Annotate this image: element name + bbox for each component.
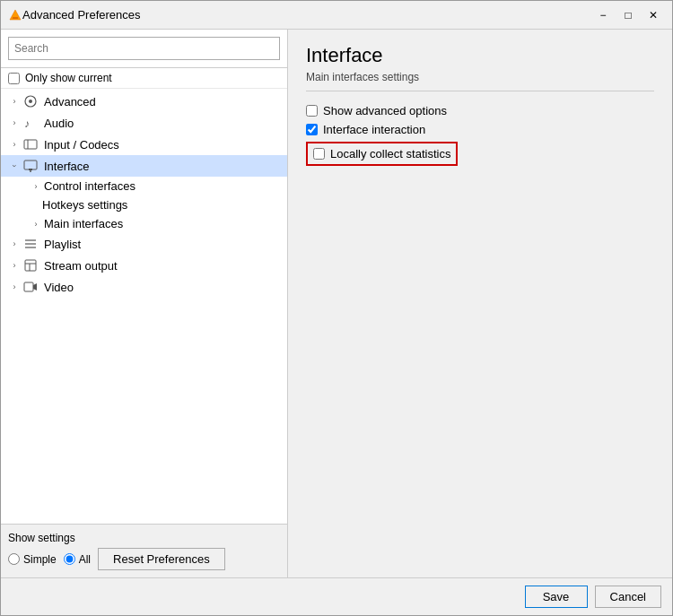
reset-preferences-button[interactable]: Reset Preferences	[98, 548, 225, 570]
stream-output-label: Stream output	[44, 259, 118, 273]
locally-collect-label: Locally collect statistics	[330, 147, 450, 161]
interface-interaction-checkbox[interactable]	[306, 124, 318, 135]
main-panel: Interface Main interfaces settings Show …	[288, 30, 672, 577]
audio-arrow: ›	[8, 117, 21, 129]
sidebar-item-video[interactable]: › Video	[1, 276, 287, 298]
maximize-button[interactable]: □	[616, 4, 640, 26]
setting-row-show-advanced: Show advanced options	[306, 104, 654, 117]
svg-rect-7	[24, 161, 37, 169]
simple-label: Simple	[23, 553, 57, 566]
interface-interaction-label: Interface interaction	[323, 123, 425, 136]
main-interfaces-arrow: ›	[30, 218, 42, 230]
locally-collect-highlight: Locally collect statistics	[306, 142, 458, 166]
settings-controls: Simple All Reset Preferences	[8, 548, 280, 570]
close-button[interactable]: ✕	[642, 4, 665, 26]
simple-radio-group: Simple	[8, 553, 57, 566]
sidebar-tree: › Advanced › ♪ Audio ›	[1, 89, 287, 524]
control-interfaces-label: Control interfaces	[44, 179, 135, 193]
locally-collect-checkbox[interactable]	[313, 148, 325, 160]
audio-icon: ♪	[22, 115, 39, 131]
content-area: Only show current › Advanced › ♪	[1, 30, 672, 577]
cancel-button[interactable]: Cancel	[595, 586, 661, 608]
setting-row-locally-collect: Locally collect statistics	[306, 142, 654, 166]
svg-rect-5	[24, 140, 37, 149]
sidebar-item-playlist[interactable]: › Playlist	[1, 233, 287, 255]
app-window: Advanced Preferences − □ ✕ Only show cur…	[0, 0, 673, 616]
input-codecs-arrow: ›	[8, 138, 21, 151]
svg-rect-13	[25, 260, 36, 271]
playlist-icon	[22, 236, 39, 252]
input-codecs-label: Input / Codecs	[44, 138, 119, 152]
window-controls: − □ ✕	[591, 4, 665, 26]
window-title: Advanced Preferences	[22, 8, 591, 22]
minimize-button[interactable]: −	[591, 4, 615, 26]
only-current-checkbox[interactable]	[8, 73, 20, 84]
interface-icon	[22, 158, 39, 174]
svg-rect-16	[24, 282, 33, 291]
setting-row-interface-interaction: Interface interaction	[306, 123, 654, 136]
all-radio[interactable]	[64, 553, 75, 565]
interface-label: Interface	[44, 160, 90, 173]
video-label: Video	[44, 281, 74, 294]
search-container	[1, 30, 287, 68]
sidebar-item-hotkeys[interactable]: Hotkeys settings	[1, 195, 287, 214]
advanced-arrow: ›	[8, 95, 21, 108]
control-interfaces-arrow: ›	[30, 180, 42, 193]
sidebar-item-interface[interactable]: › Interface	[1, 155, 287, 177]
vlc-icon	[8, 8, 22, 22]
search-input[interactable]	[8, 37, 280, 60]
show-advanced-checkbox[interactable]	[306, 105, 318, 117]
show-advanced-label: Show advanced options	[323, 104, 447, 117]
panel-title: Interface	[306, 44, 654, 67]
interface-arrow: ›	[8, 160, 21, 172]
svg-rect-1	[13, 17, 18, 19]
all-label: All	[79, 553, 91, 566]
audio-label: Audio	[44, 117, 74, 130]
sidebar-item-audio[interactable]: › ♪ Audio	[1, 112, 287, 134]
svg-point-3	[29, 100, 32, 103]
panel-subtitle: Main interfaces settings	[306, 71, 654, 91]
video-icon	[22, 279, 39, 295]
sidebar-item-input-codecs[interactable]: › Input / Codecs	[1, 134, 287, 155]
title-bar: Advanced Preferences − □ ✕	[1, 1, 672, 30]
hotkeys-label: Hotkeys settings	[42, 198, 127, 212]
sidebar: Only show current › Advanced › ♪	[1, 30, 288, 577]
svg-text:♪: ♪	[24, 117, 30, 130]
show-settings-label: Show settings	[8, 532, 280, 544]
playlist-label: Playlist	[44, 238, 81, 251]
bottom-bar: Save Cancel	[1, 577, 672, 615]
main-interfaces-label: Main interfaces	[44, 217, 123, 230]
input-codecs-icon	[22, 136, 39, 152]
svg-marker-17	[33, 283, 37, 291]
advanced-icon	[22, 93, 39, 109]
sidebar-footer: Show settings Simple All Reset Preferenc…	[1, 524, 287, 577]
sidebar-item-control-interfaces[interactable]: › Control interfaces	[1, 177, 287, 195]
stream-output-icon	[22, 257, 39, 273]
playlist-arrow: ›	[8, 238, 21, 250]
sidebar-item-stream-output[interactable]: › Stream output	[1, 255, 287, 276]
only-current-row: Only show current	[1, 68, 287, 89]
sidebar-item-main-interfaces[interactable]: › Main interfaces	[1, 214, 287, 233]
advanced-label: Advanced	[44, 95, 96, 108]
stream-output-arrow: ›	[8, 259, 21, 272]
only-current-label: Only show current	[25, 72, 112, 84]
sidebar-item-advanced[interactable]: › Advanced	[1, 91, 287, 112]
save-button[interactable]: Save	[525, 586, 588, 608]
all-radio-group: All	[64, 553, 91, 566]
simple-radio[interactable]	[8, 553, 20, 565]
video-arrow: ›	[8, 281, 21, 293]
